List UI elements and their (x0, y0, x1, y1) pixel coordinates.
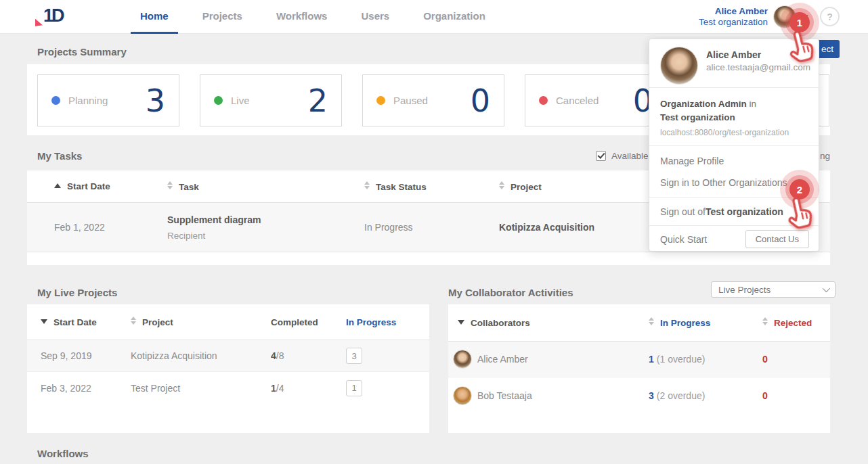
task-start-date: Feb 1, 2022 (54, 222, 167, 233)
available-filter-label: Available (611, 151, 649, 161)
collaborators-header-row: Collaborators In Progress Rejected (448, 304, 830, 342)
canceled-status-dot-icon (539, 96, 548, 105)
clipped-filter-label-fragment: ng (820, 151, 830, 161)
collaborator-activities-title: My Collaborator Activities (448, 287, 573, 298)
summary-card-label: Paused (393, 95, 471, 106)
collaborator-name: Bob Testaaja (477, 390, 532, 401)
my-live-projects-title: My Live Projects (37, 287, 117, 298)
workflows-title: Workflows (37, 448, 89, 459)
profile-name: Alice Amber (706, 49, 761, 60)
brand-logo[interactable]: 1D (35, 5, 70, 28)
column-header-in-progress[interactable]: In Progress (649, 317, 762, 328)
top-navigation-bar: 1D Home Projects Workflows Users Organiz… (0, 0, 868, 34)
organization-info-section: Organization Admin in Test organization … (649, 88, 819, 146)
nav-item-home[interactable]: Home (131, 0, 178, 34)
sort-both-icon (762, 317, 768, 325)
collaborator-row[interactable]: Bob Testaaja 3(2 overdue) 0 (448, 377, 830, 413)
task-name[interactable]: Supplement diagram (167, 214, 364, 225)
in-progress-cell: 3 (346, 348, 429, 364)
summary-card-value: 2 (308, 83, 328, 119)
project-name[interactable]: Kotipizza Acquisition (131, 350, 271, 361)
column-header-rejected[interactable]: Rejected (762, 317, 830, 328)
paused-status-dot-icon (376, 96, 385, 105)
projects-summary-title: Projects Summary (37, 46, 127, 57)
planning-status-dot-icon (51, 96, 60, 105)
my-live-projects-panel: Start Date Project Completed In Progress… (27, 304, 429, 433)
in-progress-cell: 3(2 overdue) (649, 390, 762, 401)
sort-both-icon (649, 317, 655, 325)
rejected-cell: 0 (762, 354, 830, 365)
help-button[interactable]: ? (820, 7, 840, 26)
live-projects-header-row: Start Date Project Completed In Progress (27, 304, 429, 340)
project-start-date: Sep 9, 2019 (41, 350, 131, 361)
help-icon: ? (827, 11, 833, 22)
sort-both-icon (364, 181, 370, 189)
sort-both-icon (167, 181, 173, 189)
collaborator-cell: Bob Testaaja (453, 386, 649, 405)
menu-item-manage-profile[interactable]: Manage Profile (649, 150, 819, 172)
live-projects-filter-select[interactable]: Live Projects (711, 281, 836, 298)
sort-ascending-icon (54, 183, 61, 188)
user-name: Alice Amber (699, 6, 768, 17)
collaborator-row[interactable]: Alice Amber 1(1 overdue) 0 (448, 342, 830, 377)
collaborator-name: Alice Amber (477, 354, 528, 365)
profile-role-line: Organization Admin in (660, 97, 808, 111)
summary-card-live[interactable]: Live 2 (200, 74, 342, 126)
completed-count: 4/8 (271, 350, 346, 361)
summary-card-label: Live (231, 95, 308, 106)
profile-avatar (660, 47, 698, 85)
nav-item-projects[interactable]: Projects (193, 0, 252, 34)
profile-org-name: Test organization (660, 111, 808, 124)
live-status-dot-icon (214, 96, 223, 105)
app-canvas: 1D Home Projects Workflows Users Organiz… (0, 0, 868, 464)
quick-start-label[interactable]: Quick Start (660, 234, 745, 245)
sort-descending-icon (458, 320, 464, 325)
my-tasks-title: My Tasks (37, 150, 82, 162)
project-start-date: Feb 3, 2022 (41, 383, 131, 394)
in-progress-count-box[interactable]: 1 (346, 380, 362, 396)
sort-both-icon (499, 181, 505, 189)
column-header-completed[interactable]: Completed (271, 317, 346, 327)
live-project-row[interactable]: Feb 3, 2022 Test Project 1/4 1 (27, 372, 429, 404)
in-progress-count-box[interactable]: 3 (346, 348, 362, 364)
column-header-task-status[interactable]: Task Status (364, 181, 499, 192)
collaborator-avatar (453, 350, 472, 369)
available-filter-checkbox[interactable]: Available (596, 151, 649, 161)
completed-count: 1/4 (271, 383, 346, 394)
contact-us-button[interactable]: Contact Us (745, 230, 809, 248)
collaborator-cell: Alice Amber (453, 350, 649, 369)
column-header-start-date[interactable]: Start Date (54, 181, 167, 191)
task-status: In Progress (364, 222, 499, 233)
task-cell: Supplement diagram Recipient (167, 214, 364, 241)
column-header-collaborators[interactable]: Collaborators (458, 318, 649, 328)
nav-item-workflows[interactable]: Workflows (267, 0, 337, 34)
select-value: Live Projects (718, 285, 823, 295)
summary-card-planning[interactable]: Planning 3 (37, 74, 179, 126)
project-name[interactable]: Test Project (131, 383, 271, 394)
organization-url: localhost:8080/org/test-organization (660, 126, 808, 139)
checkbox-checked-icon[interactable] (596, 151, 606, 161)
user-organization: Test organization (699, 17, 768, 28)
column-header-project[interactable]: Project (131, 317, 271, 327)
live-project-row[interactable]: Sep 9, 2019 Kotipizza Acquisition 4/8 3 (27, 340, 429, 372)
column-header-start-date[interactable]: Start Date (41, 317, 131, 327)
summary-card-value: 0 (471, 83, 490, 119)
summary-card-paused[interactable]: Paused 0 (362, 74, 504, 126)
sort-descending-icon (41, 319, 47, 324)
summary-card-label: Canceled (556, 95, 633, 106)
summary-card-value: 3 (146, 83, 165, 119)
summary-card-canceled[interactable]: Canceled 0 (525, 74, 667, 126)
column-header-task[interactable]: Task (167, 181, 364, 192)
nav-item-users[interactable]: Users (351, 0, 399, 34)
summary-card-label: Planning (68, 95, 146, 106)
task-role: Recipient (167, 231, 364, 241)
column-header-in-progress[interactable]: In Progress (346, 317, 429, 327)
chevron-down-icon (823, 285, 830, 292)
logo-text: 1D (43, 5, 63, 26)
nav-item-organization[interactable]: Organization (414, 0, 495, 34)
in-progress-cell: 1 (346, 380, 429, 396)
user-menu-labels: Alice Amber Test organization (699, 6, 768, 28)
collaborator-activities-panel: Collaborators In Progress Rejected Alice… (448, 304, 830, 433)
collaborator-avatar (453, 386, 472, 405)
logo-accent-triangle-icon (35, 18, 43, 26)
